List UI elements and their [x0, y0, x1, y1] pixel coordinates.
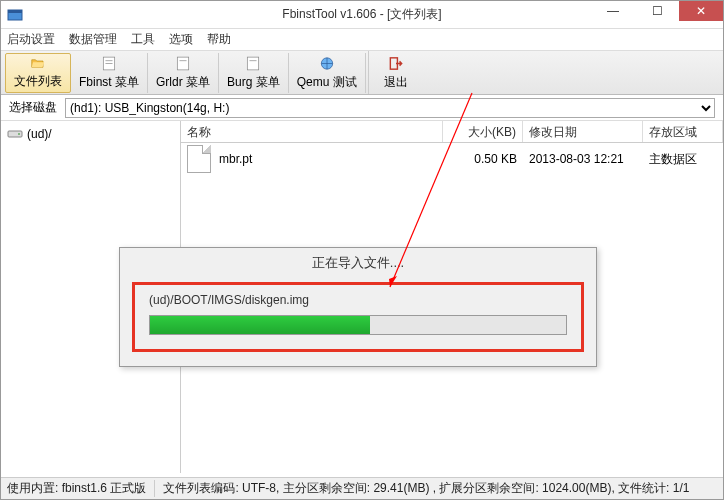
maximize-button[interactable]: ☐ [635, 1, 679, 21]
status-info: 文件列表编码: UTF-8, 主分区剩余空间: 29.41(MB) , 扩展分区… [163, 480, 689, 497]
close-button[interactable]: ✕ [679, 1, 723, 21]
filelist-button[interactable]: 文件列表 [5, 53, 71, 93]
svg-rect-1 [8, 10, 22, 13]
dialog-body: (ud)/BOOT/IMGS/diskgen.img [132, 282, 584, 352]
file-name: mbr.pt [219, 152, 252, 166]
exit-label: 退出 [384, 74, 408, 91]
disk-select[interactable]: (hd1): USB_Kingston(14g, H:) [65, 98, 715, 118]
grldr-label: Grldr 菜单 [156, 74, 210, 91]
statusbar: 使用内置: fbinst1.6 正式版 文件列表编码: UTF-8, 主分区剩余… [1, 477, 723, 499]
exit-icon [387, 55, 405, 72]
file-date: 2013-08-03 12:21 [523, 152, 643, 166]
exit-button[interactable]: 退出 [376, 53, 416, 93]
svg-rect-7 [248, 57, 259, 70]
filelist-label: 文件列表 [14, 73, 62, 90]
list-header: 名称 大小(KB) 修改日期 存放区域 [181, 121, 723, 143]
grldr-menu-button[interactable]: Grldr 菜单 [148, 53, 219, 93]
import-path: (ud)/BOOT/IMGS/diskgen.img [149, 293, 567, 307]
col-date[interactable]: 修改日期 [523, 121, 643, 142]
note-icon [244, 55, 262, 72]
import-dialog: 正在导入文件.... (ud)/BOOT/IMGS/diskgen.img [119, 247, 597, 367]
globe-icon [318, 55, 336, 72]
file-icon [187, 145, 211, 173]
disk-selector-row: 选择磁盘 (hd1): USB_Kingston(14g, H:) [1, 95, 723, 121]
titlebar: FbinstTool v1.606 - [文件列表] — ☐ ✕ [1, 1, 723, 29]
disk-label: 选择磁盘 [9, 99, 57, 116]
fbinst-menu-button[interactable]: Fbinst 菜单 [71, 53, 148, 93]
note-icon [100, 55, 118, 72]
status-engine: 使用内置: fbinst1.6 正式版 [7, 480, 155, 497]
menu-tools[interactable]: 工具 [131, 31, 155, 48]
file-size: 0.50 KB [443, 152, 523, 166]
progress-bar [149, 315, 567, 335]
table-row[interactable]: mbr.pt 0.50 KB 2013-08-03 12:21 主数据区 [181, 143, 723, 175]
menu-options[interactable]: 选项 [169, 31, 193, 48]
note-icon [174, 55, 192, 72]
file-area: 主数据区 [643, 151, 723, 168]
qemu-test-button[interactable]: Qemu 测试 [289, 53, 366, 93]
menu-data[interactable]: 数据管理 [69, 31, 117, 48]
drive-icon [7, 128, 23, 140]
burg-label: Burg 菜单 [227, 74, 280, 91]
app-icon [7, 7, 23, 23]
toolbar: 文件列表 Fbinst 菜单 Grldr 菜单 Burg 菜单 Qemu 测试 … [1, 51, 723, 95]
menu-startup[interactable]: 启动设置 [7, 31, 55, 48]
dialog-title: 正在导入文件.... [120, 248, 596, 280]
burg-menu-button[interactable]: Burg 菜单 [219, 53, 289, 93]
menubar: 启动设置 数据管理 工具 选项 帮助 [1, 29, 723, 51]
fbinst-label: Fbinst 菜单 [79, 74, 139, 91]
col-name[interactable]: 名称 [181, 121, 443, 142]
qemu-label: Qemu 测试 [297, 74, 357, 91]
toolbar-separator [368, 51, 374, 94]
window-title: FbinstTool v1.606 - [文件列表] [282, 6, 441, 23]
col-area[interactable]: 存放区域 [643, 121, 723, 142]
col-size[interactable]: 大小(KB) [443, 121, 523, 142]
progress-fill [150, 316, 370, 334]
minimize-button[interactable]: — [591, 1, 635, 21]
menu-help[interactable]: 帮助 [207, 31, 231, 48]
tree-root[interactable]: (ud)/ [5, 125, 176, 143]
svg-point-12 [18, 133, 20, 135]
folder-open-icon [29, 56, 47, 71]
svg-rect-5 [177, 57, 188, 70]
tree-root-label: (ud)/ [27, 127, 52, 141]
window-buttons: — ☐ ✕ [591, 1, 723, 21]
